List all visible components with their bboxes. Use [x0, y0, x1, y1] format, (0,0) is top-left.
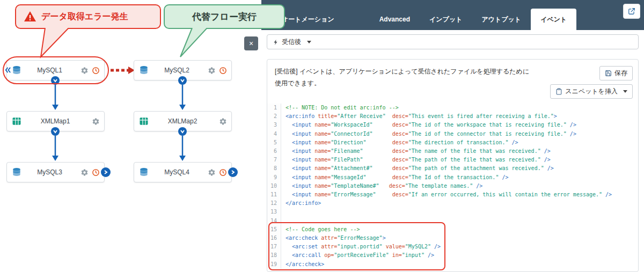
line-number: 6 [267, 147, 281, 156]
code-text: <!-- Code goes here --> [281, 225, 360, 234]
flow-canvas[interactable]: MySQL1 MySQL2 XMLMap1 [0, 0, 261, 272]
error-callout: データ取得エラー発生 [15, 4, 161, 29]
code-line: 7 <input name="FilePath" desc="The path … [267, 156, 638, 164]
gear-icon[interactable] [80, 67, 89, 75]
tab-advanced[interactable]: Advanced [370, 9, 420, 30]
gear-icon[interactable] [219, 117, 227, 126]
code-line: 5 <input name="Direction" desc="The dire… [267, 138, 638, 147]
line-number: 15 [267, 225, 281, 234]
code-line: 8 <input name="Attachment#" desc="The pa… [267, 164, 638, 173]
popout-button[interactable] [623, 4, 640, 19]
tab-input[interactable]: インプット [420, 9, 472, 30]
clock-icon[interactable] [219, 168, 227, 177]
line-number: 19 [267, 260, 281, 269]
code-text: <input name="FilePath" desc="The path of… [281, 156, 551, 164]
line-number: 10 [267, 182, 281, 190]
line-number: 3 [267, 121, 281, 129]
code-line: 10 <input name="TemplateName#" desc="The… [267, 182, 638, 190]
chevron-right-icon[interactable] [228, 167, 238, 177]
code-line: 2<arc:info title="After Receive" desc="T… [267, 112, 638, 121]
external-link-icon [628, 8, 635, 15]
code-editor[interactable]: 1<!-- NOTE: Do not edit arc:info -->2<ar… [267, 104, 638, 269]
line-number: 2 [267, 112, 281, 121]
connector-node-mysql3[interactable]: MySQL3 [6, 162, 105, 182]
code-line: 18 <arc:call op="portReceiveFile" in="in… [267, 251, 638, 260]
code-line: 17 <arc:set attr="input.portid" value="M… [267, 242, 638, 251]
code-line: 3 <input name="WorkspaceId" desc="The id… [267, 121, 638, 129]
line-number: 11 [267, 190, 281, 199]
code-line: 13 [267, 208, 638, 216]
line-number: 9 [267, 173, 281, 182]
code-text: <input name="Direction" desc="The direct… [281, 138, 518, 147]
code-line: 4 <input name="ConnectorId" desc="The id… [267, 130, 638, 138]
code-text: <arc:set attr="input.portid" value="MySQ… [281, 242, 441, 251]
event-selector-dropdown[interactable]: 受信後 [267, 34, 639, 49]
clock-icon[interactable] [92, 67, 100, 75]
gear-icon[interactable] [80, 168, 89, 177]
chevron-right-icon[interactable] [101, 167, 111, 177]
code-line: 12</arc:info> [267, 199, 638, 208]
clock-icon[interactable] [92, 168, 100, 177]
line-number: 14 [267, 217, 281, 225]
line-number: 1 [267, 104, 281, 112]
chevron-down-icon[interactable] [178, 76, 187, 85]
chevron-down-icon [623, 90, 627, 93]
line-number: 16 [267, 234, 281, 242]
alt-flow-callout-label: 代替フロー実行 [192, 11, 257, 23]
gear-icon[interactable] [92, 117, 100, 126]
connector-label: MySQL1 [22, 67, 77, 74]
code-text: <input name="WorkspaceId" desc="The id o… [281, 121, 576, 129]
chevron-down-icon[interactable] [51, 127, 60, 136]
close-icon: × [249, 39, 253, 48]
event-description-line1: [受信後] イベントは、アプリケーションによって受信されたファイルを処理するため… [275, 66, 529, 78]
code-line: 6 <input name="Filename" desc="The name … [267, 147, 638, 156]
code-text: <input name="ConnectorId" desc="The id o… [281, 130, 576, 138]
code-text [281, 217, 289, 225]
code-text: <input name="ErrorMessage" desc="If an e… [281, 190, 612, 199]
snippet-icon [555, 88, 562, 95]
chevron-down-icon[interactable] [51, 76, 60, 85]
connector-node-mysql4[interactable]: MySQL4 [134, 162, 232, 182]
code-text: <input name="Attachment#" desc="The path… [281, 164, 554, 173]
xmlmap-icon [138, 116, 149, 127]
alt-flow-callout: 代替フロー実行 [164, 4, 285, 29]
event-card-header: [受信後] イベントは、アプリケーションによって受信されたファイルを処理するため… [267, 60, 638, 102]
clock-icon[interactable] [219, 67, 227, 75]
tab-event[interactable]: イベント [531, 9, 576, 30]
line-number: 12 [267, 199, 281, 208]
gear-icon[interactable] [208, 67, 216, 75]
incoming-chevron-icon [4, 66, 11, 76]
connector-label: MySQL2 [149, 67, 204, 74]
line-number: 18 [267, 251, 281, 260]
code-text: <arc:call op="portReceiveFile" in="input… [281, 251, 434, 260]
save-icon [605, 70, 612, 77]
mysql-icon [138, 65, 149, 76]
connector-label: XMLMap2 [149, 117, 216, 125]
tab-bar: オートメーション Advanced インプット アウトプット イベント [261, 0, 644, 30]
line-number: 8 [267, 164, 281, 173]
xmlmap-icon [11, 116, 22, 127]
code-line: 1<!-- NOTE: Do not edit arc:info --> [267, 104, 638, 112]
tab-output[interactable]: アウトプット [472, 9, 531, 30]
chevron-down-icon[interactable] [178, 127, 187, 136]
event-description: [受信後] イベントは、アプリケーションによって受信されたファイルを処理するため… [275, 66, 529, 102]
event-actions: 保存 スニペットを挿入 [550, 66, 633, 102]
insert-snippet-button[interactable]: スニペットを挿入 [550, 84, 633, 99]
save-button[interactable]: 保存 [599, 66, 633, 80]
code-text: <input name="TemplateName#" desc="The te… [281, 182, 482, 190]
code-line: 11 <input name="ErrorMessage" desc="If a… [267, 190, 638, 199]
bolt-icon [273, 39, 279, 46]
code-text: </arc:check> [281, 260, 324, 269]
code-text: <input name="Filename" desc="The name of… [281, 147, 551, 156]
warning-icon [24, 10, 36, 23]
line-number: 13 [267, 208, 281, 216]
mysql-icon [138, 167, 149, 178]
gear-icon[interactable] [208, 168, 216, 177]
chevron-down-icon [307, 41, 311, 43]
close-panel-button[interactable]: × [244, 36, 258, 50]
code-text [281, 208, 289, 216]
code-text: <arc:info title="After Receive" desc="Th… [281, 112, 557, 121]
code-line: 16<arc:check attr="ErrorMessage"> [267, 234, 638, 242]
line-number: 4 [267, 130, 281, 138]
event-description-line2: 使用できます。 [275, 78, 529, 90]
